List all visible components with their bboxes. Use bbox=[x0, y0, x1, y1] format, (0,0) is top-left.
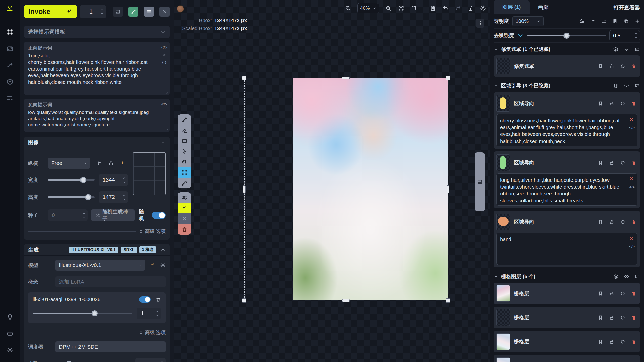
brush-color-swatch[interactable] bbox=[177, 5, 184, 13]
add-lora-select[interactable]: 添加 LoRA bbox=[55, 276, 166, 287]
menu-button[interactable] bbox=[144, 7, 154, 17]
layers-icon[interactable] bbox=[613, 274, 618, 279]
eye-icon[interactable] bbox=[624, 274, 629, 279]
optimize-size-icon[interactable] bbox=[120, 161, 126, 166]
bbox-handle-e[interactable] bbox=[447, 185, 449, 193]
canvas-settings-icon[interactable] bbox=[480, 5, 486, 11]
zoom-in-icon[interactable] bbox=[385, 5, 392, 11]
layers-list[interactable]: 修复遮罩 (1 个已隐藏) 修复遮罩 区域引导 bbox=[494, 43, 640, 362]
regional-layer-card[interactable]: 区域导向 cherry blossoms,hair flower,pink fl… bbox=[494, 92, 640, 149]
frame-icon[interactable] bbox=[635, 83, 640, 88]
bbox-handle-nw[interactable] bbox=[242, 76, 246, 80]
pan-tool[interactable] bbox=[178, 157, 191, 167]
code-icon[interactable]: </> bbox=[161, 102, 167, 107]
lock-icon[interactable] bbox=[609, 101, 614, 106]
raster-layer-row[interactable]: 栅格层 bbox=[494, 355, 640, 362]
visibility-circle-icon[interactable] bbox=[620, 64, 625, 69]
remove-prompt-icon[interactable] bbox=[629, 117, 634, 122]
width-input[interactable]: 1344 bbox=[99, 174, 128, 186]
lock-icon[interactable] bbox=[609, 219, 614, 225]
trash-icon[interactable] bbox=[631, 64, 636, 69]
eraser-tool[interactable] bbox=[178, 125, 191, 135]
regional-prompt-box[interactable]: hand, </> bbox=[496, 233, 637, 265]
swap-dimensions-icon[interactable] bbox=[97, 161, 102, 166]
bookmark-icon[interactable] bbox=[598, 315, 603, 320]
code-icon[interactable]: </> bbox=[629, 185, 635, 189]
scheduler-select[interactable]: DPM++ 2M SDE bbox=[55, 341, 166, 352]
regional-prompt-box[interactable]: cherry blossoms,hair flower,pink flower,… bbox=[496, 114, 637, 146]
lock-icon[interactable] bbox=[609, 291, 614, 296]
bookmark-icon[interactable] bbox=[598, 101, 603, 106]
trash-icon[interactable] bbox=[631, 339, 636, 344]
bookmark-icon[interactable] bbox=[598, 160, 603, 165]
prompt-template-select[interactable]: 选择提示词模板 bbox=[24, 26, 170, 38]
zoom-out-icon[interactable] bbox=[345, 5, 351, 11]
frame-icon[interactable] bbox=[635, 47, 640, 52]
regional-prompt-text[interactable]: long hair,silver hair,blue hair,cute,pur… bbox=[500, 177, 624, 204]
raster-layer-row[interactable]: 栅格层 bbox=[494, 331, 640, 352]
resize-handle-icon[interactable] bbox=[164, 127, 169, 131]
nav-canvas-tab[interactable] bbox=[3, 25, 17, 39]
duplicate-icon[interactable] bbox=[624, 19, 629, 24]
zoom-level-select[interactable]: 40% bbox=[357, 3, 379, 13]
negative-prompt-box[interactable]: 负向提示词 low quality,worst quality,normal q… bbox=[24, 99, 170, 132]
trash-icon[interactable] bbox=[631, 315, 636, 320]
random-seed-button[interactable]: 随机生成种子 bbox=[91, 209, 135, 221]
close-panel-button[interactable] bbox=[159, 7, 170, 17]
bookmark-icon[interactable] bbox=[598, 291, 603, 296]
height-slider[interactable] bbox=[48, 196, 95, 198]
nav-viewer-tab[interactable] bbox=[3, 41, 17, 56]
inpaint-section-header[interactable]: 修复遮罩 (1 个已隐藏) bbox=[494, 43, 640, 55]
trash-icon[interactable] bbox=[631, 291, 636, 296]
chevron-up-icon[interactable] bbox=[160, 140, 166, 145]
visibility-circle-icon[interactable] bbox=[620, 339, 625, 344]
move-tool[interactable] bbox=[178, 146, 191, 157]
frame-icon[interactable] bbox=[635, 274, 640, 279]
bbox-handle-w[interactable] bbox=[243, 185, 246, 193]
raster-layer-row[interactable]: 栅格层 bbox=[494, 283, 640, 304]
trash-icon[interactable] bbox=[631, 160, 636, 165]
tab-gallery[interactable]: 画廊 bbox=[530, 0, 557, 14]
nav-workflows-tab[interactable] bbox=[3, 58, 17, 72]
regional-layer-card[interactable]: 区域导向 long hair,silver hair,blue hair,cut… bbox=[494, 151, 640, 208]
eye-off-icon[interactable] bbox=[624, 47, 629, 52]
visibility-circle-icon[interactable] bbox=[620, 160, 625, 165]
bbox-handle-se[interactable] bbox=[446, 298, 450, 303]
bookmark-icon[interactable] bbox=[598, 339, 603, 344]
lora-weight-slider[interactable] bbox=[33, 313, 132, 314]
eye-off-icon[interactable] bbox=[624, 83, 629, 88]
fit-bbox-icon[interactable] bbox=[411, 5, 417, 11]
regional-prompt-box[interactable]: long hair,silver hair,blue hair,cute,pur… bbox=[496, 173, 637, 206]
advanced-options-toggle[interactable]: 高级 选项 bbox=[139, 329, 166, 336]
regional-section-header[interactable]: 区域引导 (3 个已隐藏) bbox=[494, 79, 640, 92]
steps-input[interactable]: 20 bbox=[135, 358, 166, 362]
save-icon[interactable] bbox=[430, 5, 436, 11]
denoise-input[interactable]: 0.5 bbox=[609, 30, 640, 41]
raster-layer-row[interactable]: 栅格层 bbox=[494, 307, 640, 328]
width-slider[interactable] bbox=[48, 179, 95, 181]
code-icon[interactable]: </> bbox=[629, 244, 635, 248]
tips-button[interactable] bbox=[3, 310, 17, 324]
raster-section-header[interactable]: 栅格图层 (5 个) bbox=[494, 270, 640, 283]
negative-prompt-text[interactable]: low quality,worst quality,normal quality… bbox=[28, 109, 156, 128]
bbox-tool[interactable] bbox=[178, 167, 191, 178]
opacity-select[interactable]: 100% bbox=[512, 16, 544, 26]
add-layer-icon[interactable] bbox=[635, 19, 640, 24]
bbox-handle-ne[interactable] bbox=[446, 76, 450, 80]
model-sparkle-icon[interactable] bbox=[150, 263, 155, 268]
undo-icon[interactable] bbox=[442, 5, 449, 11]
save-layer-icon[interactable] bbox=[613, 19, 618, 24]
canvas-menu-button[interactable] bbox=[476, 19, 484, 28]
settings-button[interactable] bbox=[3, 343, 17, 357]
regional-layer-card[interactable]: 区域导向 hand, </> bbox=[494, 211, 640, 267]
cancel-button[interactable] bbox=[178, 213, 191, 224]
link-icon[interactable] bbox=[162, 53, 166, 57]
invoke-logo-icon[interactable] bbox=[6, 4, 14, 13]
lock-icon[interactable] bbox=[609, 160, 614, 165]
visibility-circle-icon[interactable] bbox=[620, 315, 625, 320]
height-input[interactable]: 1472 bbox=[99, 191, 128, 203]
delete-button[interactable] bbox=[178, 224, 191, 235]
fit-to-view-icon[interactable] bbox=[398, 5, 404, 11]
brush-tool[interactable] bbox=[178, 114, 191, 125]
tool-options-button[interactable] bbox=[178, 192, 191, 203]
